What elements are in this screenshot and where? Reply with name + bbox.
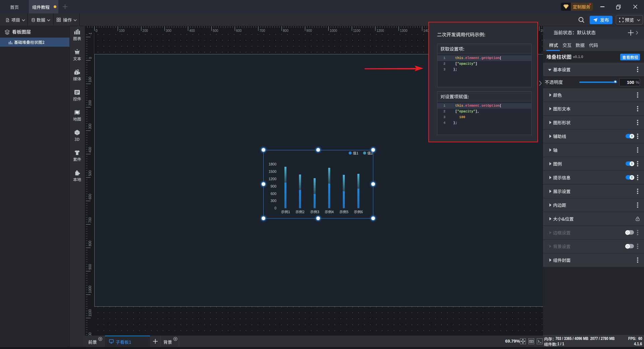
svg-text:200: 200	[89, 100, 92, 106]
svg-text:1900: 1900	[540, 29, 543, 33]
svg-text:1000: 1000	[330, 29, 337, 33]
svg-text:1000: 1000	[89, 286, 92, 293]
svg-text:500: 500	[213, 29, 218, 33]
svg-text:700: 700	[89, 217, 92, 223]
svg-text:0: 0	[96, 29, 98, 33]
svg-text:300: 300	[89, 123, 92, 129]
svg-text:300: 300	[166, 29, 171, 33]
svg-text:1200: 1200	[376, 29, 384, 33]
svg-text:600: 600	[236, 29, 242, 33]
svg-text:700: 700	[260, 29, 265, 33]
svg-text:200: 200	[143, 29, 148, 33]
svg-text:1300: 1300	[400, 29, 408, 33]
svg-text:100: 100	[119, 29, 125, 33]
svg-text:1200: 1200	[89, 332, 92, 336]
svg-text:100: 100	[89, 77, 92, 82]
svg-text:800: 800	[89, 241, 92, 246]
svg-text:500: 500	[89, 170, 92, 176]
svg-text:-100: -100	[89, 33, 92, 36]
svg-text:800: 800	[283, 29, 288, 33]
svg-text:900: 900	[89, 264, 92, 269]
svg-text:900: 900	[306, 29, 312, 33]
svg-text:1100: 1100	[89, 309, 92, 316]
svg-text:600: 600	[89, 194, 92, 199]
svg-text:0: 0	[89, 57, 92, 59]
svg-text:1100: 1100	[353, 29, 361, 33]
svg-text:400: 400	[189, 29, 195, 33]
svg-text:400: 400	[89, 147, 92, 153]
